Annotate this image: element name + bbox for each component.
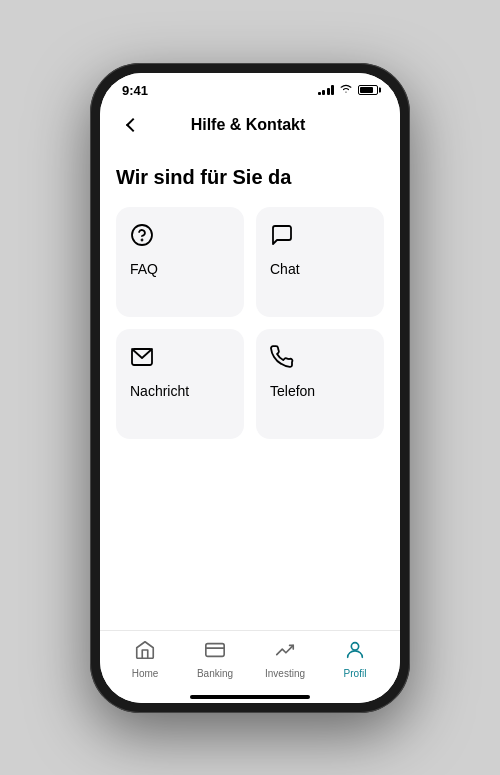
banking-icon — [204, 639, 226, 666]
back-chevron-icon — [126, 117, 140, 131]
phone-frame: 9:41 — [90, 63, 410, 713]
wifi-icon — [339, 84, 353, 96]
nachricht-icon — [130, 345, 154, 373]
page-header: Hilfe & Kontakt — [100, 102, 400, 148]
contact-grid: FAQ Chat — [116, 207, 384, 439]
faq-card[interactable]: FAQ — [116, 207, 244, 317]
nachricht-label: Nachricht — [130, 383, 189, 399]
chat-card[interactable]: Chat — [256, 207, 384, 317]
home-bar — [190, 695, 310, 699]
nachricht-card[interactable]: Nachricht — [116, 329, 244, 439]
nav-label-investing: Investing — [265, 668, 305, 679]
status-icons — [318, 84, 379, 96]
profil-icon — [344, 639, 366, 666]
main-content: Wir sind für Sie da FAQ — [100, 148, 400, 630]
bottom-navigation: Home Banking Investing — [100, 630, 400, 691]
page-title: Hilfe & Kontakt — [146, 116, 350, 134]
svg-point-5 — [351, 642, 358, 649]
faq-icon — [130, 223, 154, 251]
investing-icon — [274, 639, 296, 666]
chat-label: Chat — [270, 261, 300, 277]
telefon-label: Telefon — [270, 383, 315, 399]
svg-point-1 — [142, 239, 143, 240]
nav-item-home[interactable]: Home — [118, 639, 173, 679]
nav-label-profil: Profil — [344, 668, 367, 679]
svg-rect-3 — [206, 643, 224, 656]
nav-item-banking[interactable]: Banking — [188, 639, 243, 679]
section-title: Wir sind für Sie da — [116, 166, 384, 189]
nav-item-investing[interactable]: Investing — [258, 639, 313, 679]
status-bar: 9:41 — [100, 73, 400, 102]
svg-point-0 — [132, 225, 152, 245]
telefon-icon — [270, 345, 294, 373]
nav-label-banking: Banking — [197, 668, 233, 679]
back-button[interactable] — [116, 110, 146, 140]
telefon-card[interactable]: Telefon — [256, 329, 384, 439]
status-time: 9:41 — [122, 83, 148, 98]
home-icon — [134, 639, 156, 666]
nav-label-home: Home — [132, 668, 159, 679]
nav-item-profil[interactable]: Profil — [328, 639, 383, 679]
home-indicator — [100, 691, 400, 703]
chat-icon — [270, 223, 294, 251]
signal-icon — [318, 85, 335, 95]
phone-screen: 9:41 — [100, 73, 400, 703]
battery-icon — [358, 85, 378, 95]
faq-label: FAQ — [130, 261, 158, 277]
